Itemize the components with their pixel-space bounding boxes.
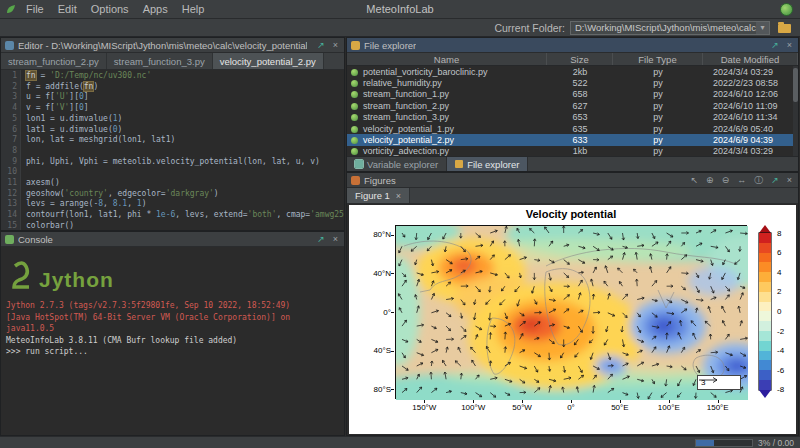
console-title: Console [18, 234, 53, 245]
table-row[interactable]: stream_function_1.py658py2024/6/10 12:06 [347, 89, 798, 100]
code-line: geoshow('country', edgecolor='darkgray') [26, 189, 344, 200]
x-tick-label: 100°W [451, 403, 495, 412]
code-line: colorbar() [26, 221, 344, 230]
column-file-type[interactable]: File Type [613, 53, 703, 65]
figure-canvas[interactable]: Velocity potential [349, 205, 796, 434]
code-token: ) [142, 199, 147, 208]
table-row[interactable]: stream_function_3.py653py2024/6/10 11:34 [347, 112, 798, 123]
close-icon[interactable]: × [785, 41, 794, 50]
file-size-cell: 1kb [547, 146, 613, 156]
file-name-text: potential_vorticity_baroclinic.py [363, 67, 488, 77]
current-folder-combo[interactable]: D:\Working\MIScript\Jython\mis\meteo\cal… [570, 21, 770, 35]
tab-velocity-potential-2[interactable]: velocity_potential_2.py [213, 53, 324, 69]
colorbar-segment [759, 262, 771, 272]
file-date-cell: 2024/3/4 03:29 [703, 146, 798, 156]
table-row[interactable]: potential_vorticity_baroclinic.py2kbpy20… [347, 66, 798, 77]
code-editor[interactable]: 123456789101112131415 fn = 'D:/Temp/nc/u… [1, 70, 344, 230]
close-icon[interactable]: × [331, 235, 340, 244]
figure-tab-label: Figure 1 [355, 190, 390, 201]
table-row[interactable]: relative_humidity.py522py2022/2/23 08:58 [347, 77, 798, 88]
colorbar-segment [759, 321, 771, 331]
column-size[interactable]: Size [547, 53, 613, 65]
info-icon[interactable]: ⓘ [752, 176, 765, 185]
console-line: MeteoInfoLab 3.8.11 (CMA Bufr lookup fil… [6, 335, 339, 347]
y-tick-label: 40°N [355, 269, 391, 278]
colorbar-segment [759, 311, 771, 321]
x-tick-mark [620, 400, 621, 403]
x-tick-mark [669, 400, 670, 403]
column-date-modified[interactable]: Date Modified [703, 53, 798, 65]
file-name-cell: potential_vorticity_baroclinic.py [347, 67, 547, 77]
zoom-in-icon[interactable]: ⊕ [704, 176, 716, 185]
code-token: 'darkgray' [166, 189, 214, 198]
scrollbar[interactable] [793, 66, 798, 157]
console-output[interactable]: Jython Jython 2.7.3 (tags/v2.7.3:5f29801… [1, 247, 344, 361]
x-tick-mark [424, 400, 425, 403]
python-file-icon [351, 80, 358, 87]
menu-apps[interactable]: Apps [136, 0, 175, 19]
code-token: , levs, extend= [175, 210, 247, 219]
code-line [26, 167, 344, 178]
tab-file-explorer[interactable]: File explorer [447, 157, 528, 171]
code-line [26, 146, 344, 157]
column-name[interactable]: Name [347, 53, 547, 65]
tab-stream-function-3[interactable]: stream_function_3.py [107, 53, 213, 69]
close-icon[interactable]: × [785, 176, 794, 185]
float-icon[interactable]: ↗ [769, 176, 781, 185]
menu-file[interactable]: File [19, 0, 51, 19]
memory-usage-label: 3% / 0.00 [758, 438, 794, 448]
float-icon[interactable]: ↗ [315, 235, 327, 244]
colorbar-segment [759, 243, 771, 253]
code-token: , [127, 199, 137, 208]
file-name-cell: vorticity_advection.py [347, 146, 547, 156]
float-icon[interactable]: ↗ [769, 41, 781, 50]
file-size-cell: 627 [547, 101, 613, 111]
meteoinfo-globe-icon[interactable] [780, 3, 793, 16]
x-tick-mark [473, 400, 474, 403]
pan-icon[interactable]: ↔ [735, 176, 748, 185]
file-type-cell: py [613, 124, 703, 134]
file-type-cell: py [613, 112, 703, 122]
code-line: u = f['U'][0] [26, 92, 344, 103]
colorbar-segment [759, 282, 771, 292]
table-row[interactable]: stream_function_2.py627py2024/6/10 11:09 [347, 100, 798, 111]
code-token: lat1 = u.dimvalue( [26, 125, 113, 134]
table-row[interactable]: velocity_potential_2.py633py2024/6/9 04:… [347, 134, 798, 145]
line-number: 5 [1, 114, 17, 125]
code-token: ] [84, 103, 89, 112]
x-tick-mark [718, 400, 719, 403]
file-name-text: relative_humidity.py [363, 78, 442, 88]
menu-help[interactable]: Help [175, 0, 212, 19]
tab-figure-1[interactable]: Figure 1 × [347, 188, 410, 203]
line-number: 6 [1, 125, 17, 136]
explorer-bottom-tabs: Variable explorer File explorer [347, 156, 798, 171]
close-icon[interactable]: × [396, 191, 401, 201]
file-name-cell: velocity_potential_1.py [347, 124, 547, 134]
colorbar-segment [759, 341, 771, 351]
file-explorer-icon [351, 41, 360, 50]
chevron-down-icon[interactable]: ▾ [756, 22, 769, 34]
close-icon[interactable]: × [331, 41, 340, 50]
float-icon[interactable]: ↗ [315, 41, 327, 50]
file-explorer-title: File explorer [364, 40, 416, 51]
menu-options[interactable]: Options [84, 0, 136, 19]
editor-title: Editor - D:\Working\MIScript\Jython\mis\… [18, 40, 307, 51]
x-tick-label: 100°E [647, 403, 691, 412]
editor-icon [5, 41, 14, 50]
colorbar-segment [759, 292, 771, 302]
tab-stream-function-2[interactable]: stream_function_2.py [1, 53, 107, 69]
line-number-gutter: 123456789101112131415 [1, 70, 21, 230]
python-file-icon [351, 148, 358, 155]
figures-title: Figures [364, 175, 396, 186]
select-cursor-icon[interactable]: ↖ [689, 176, 701, 185]
python-file-icon [351, 137, 358, 144]
tab-variable-explorer[interactable]: Variable explorer [347, 157, 447, 171]
table-row[interactable]: velocity_potential_1.py635py2024/6/9 05:… [347, 123, 798, 134]
browse-folder-button[interactable] [776, 21, 793, 35]
menu-edit[interactable]: Edit [51, 0, 84, 19]
code-line: lat1 = u.dimvalue(0) [26, 125, 344, 136]
code-line: lon1 = u.dimvalue(1) [26, 114, 344, 125]
scrollbar-thumb[interactable] [793, 68, 798, 102]
colorbar-segment [759, 331, 771, 341]
zoom-out-icon[interactable]: ⊖ [720, 176, 732, 185]
